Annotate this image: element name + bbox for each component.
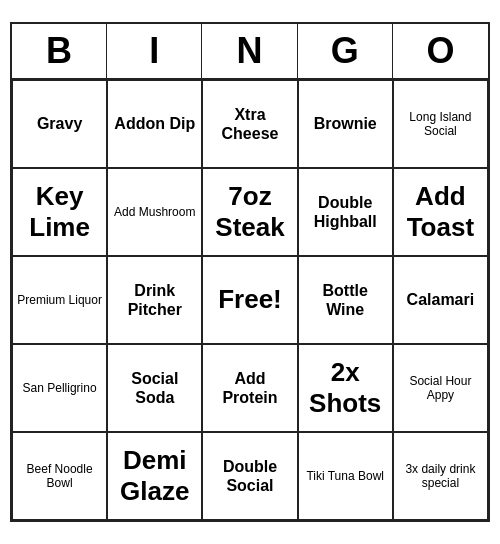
bingo-cell-6: Add Mushroom xyxy=(107,168,202,256)
bingo-cell-16: Social Soda xyxy=(107,344,202,432)
cell-text-12: Free! xyxy=(218,284,282,315)
cell-text-6: Add Mushroom xyxy=(114,205,195,219)
bingo-card: B I N G O GravyAddon DipXtra CheeseBrown… xyxy=(10,22,490,522)
bingo-cell-15: San Pelligrino xyxy=(12,344,107,432)
bingo-cell-1: Addon Dip xyxy=(107,80,202,168)
cell-text-17: Add Protein xyxy=(207,369,292,407)
bingo-cell-18: 2x Shots xyxy=(298,344,393,432)
bingo-cell-8: Double Highball xyxy=(298,168,393,256)
cell-text-19: Social Hour Appy xyxy=(398,374,483,403)
bingo-cell-2: Xtra Cheese xyxy=(202,80,297,168)
cell-text-11: Drink Pitcher xyxy=(112,281,197,319)
bingo-grid: GravyAddon DipXtra CheeseBrownieLong Isl… xyxy=(12,80,488,520)
bingo-cell-9: Add Toast xyxy=(393,168,488,256)
header-i: I xyxy=(107,24,202,78)
cell-text-0: Gravy xyxy=(37,114,82,133)
cell-text-8: Double Highball xyxy=(303,193,388,231)
cell-text-1: Addon Dip xyxy=(114,114,195,133)
cell-text-23: Tiki Tuna Bowl xyxy=(306,469,384,483)
bingo-cell-17: Add Protein xyxy=(202,344,297,432)
header-g: G xyxy=(298,24,393,78)
cell-text-21: Demi Glaze xyxy=(112,445,197,507)
bingo-cell-0: Gravy xyxy=(12,80,107,168)
bingo-cell-12: Free! xyxy=(202,256,297,344)
cell-text-3: Brownie xyxy=(314,114,377,133)
bingo-cell-3: Brownie xyxy=(298,80,393,168)
cell-text-4: Long Island Social xyxy=(398,110,483,139)
cell-text-15: San Pelligrino xyxy=(23,381,97,395)
bingo-cell-4: Long Island Social xyxy=(393,80,488,168)
bingo-cell-7: 7oz Steak xyxy=(202,168,297,256)
bingo-cell-5: Key Lime xyxy=(12,168,107,256)
bingo-cell-21: Demi Glaze xyxy=(107,432,202,520)
bingo-cell-23: Tiki Tuna Bowl xyxy=(298,432,393,520)
bingo-header: B I N G O xyxy=(12,24,488,80)
cell-text-9: Add Toast xyxy=(398,181,483,243)
header-o: O xyxy=(393,24,488,78)
cell-text-5: Key Lime xyxy=(17,181,102,243)
bingo-cell-14: Calamari xyxy=(393,256,488,344)
header-b: B xyxy=(12,24,107,78)
cell-text-10: Premium Liquor xyxy=(17,293,102,307)
cell-text-16: Social Soda xyxy=(112,369,197,407)
bingo-cell-20: Beef Noodle Bowl xyxy=(12,432,107,520)
cell-text-20: Beef Noodle Bowl xyxy=(17,462,102,491)
bingo-cell-22: Double Social xyxy=(202,432,297,520)
bingo-cell-13: Bottle Wine xyxy=(298,256,393,344)
cell-text-2: Xtra Cheese xyxy=(207,105,292,143)
cell-text-14: Calamari xyxy=(407,290,475,309)
cell-text-24: 3x daily drink special xyxy=(398,462,483,491)
cell-text-13: Bottle Wine xyxy=(303,281,388,319)
bingo-cell-10: Premium Liquor xyxy=(12,256,107,344)
bingo-cell-11: Drink Pitcher xyxy=(107,256,202,344)
cell-text-22: Double Social xyxy=(207,457,292,495)
cell-text-7: 7oz Steak xyxy=(207,181,292,243)
header-n: N xyxy=(202,24,297,78)
bingo-cell-19: Social Hour Appy xyxy=(393,344,488,432)
cell-text-18: 2x Shots xyxy=(303,357,388,419)
bingo-cell-24: 3x daily drink special xyxy=(393,432,488,520)
